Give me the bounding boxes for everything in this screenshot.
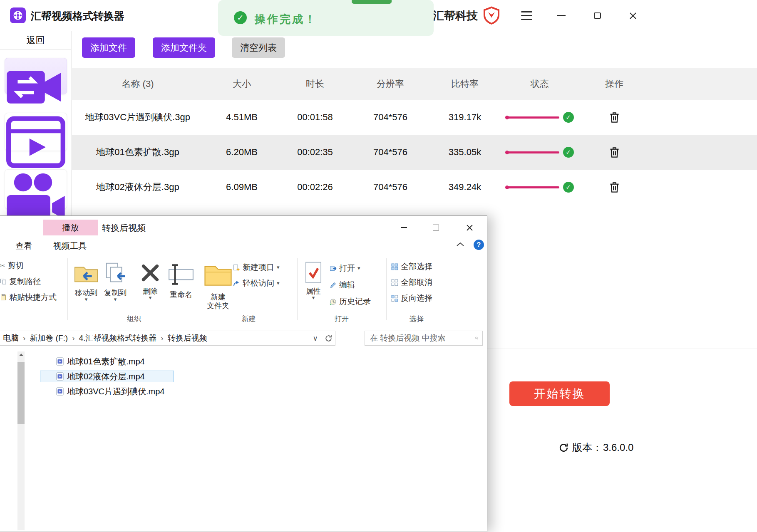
menu-button[interactable]: [515, 0, 538, 31]
table-row[interactable]: 地球01色素扩散.3gp 6.20MB 00:02:35 704*576 335…: [72, 135, 757, 170]
paste-shortcut-button[interactable]: 粘贴快捷方式: [0, 292, 57, 303]
add-folder-button[interactable]: 添加文件夹: [153, 37, 215, 58]
close-button[interactable]: [622, 0, 644, 31]
breadcrumb-item[interactable]: 电脑: [3, 333, 19, 344]
copy-path-icon: [0, 278, 7, 285]
cell-resolution: 704*576: [350, 147, 431, 158]
help-button[interactable]: ?: [474, 240, 484, 250]
table-row[interactable]: 地球02液体分层.3gp 6.09MB 00:02:26 704*576 349…: [72, 170, 757, 205]
delete-row-button[interactable]: [609, 111, 620, 124]
collapse-ribbon-button[interactable]: [456, 242, 464, 247]
easy-access-button[interactable]: 轻松访问 ▾: [233, 277, 280, 289]
open-button[interactable]: 打开 ▾: [330, 262, 360, 274]
cell-duration: 00:02:26: [280, 182, 350, 193]
new-folder-icon: [203, 261, 233, 291]
explorer-minimize-button[interactable]: [393, 219, 414, 236]
select-all-button[interactable]: 全部选择: [391, 261, 432, 272]
status-complete-icon: ✓: [563, 112, 574, 123]
cell-size: 4.51MB: [204, 112, 280, 123]
copy-to-button[interactable]: 复制到 ▾: [102, 261, 128, 302]
scroll-up-button[interactable]: [17, 351, 25, 358]
rename-icon: [167, 261, 195, 288]
version-label: 版本：: [572, 441, 602, 454]
video-file-icon: [56, 372, 64, 381]
invert-selection-button[interactable]: 反向选择: [391, 292, 432, 304]
explorer-close-button[interactable]: [459, 219, 480, 236]
scrollbar-thumb[interactable]: [17, 362, 25, 424]
cell-size: 6.20MB: [204, 147, 280, 158]
close-icon: [466, 224, 473, 231]
breadcrumb[interactable]: 电脑 › 新加卷 (F:) › 4.汇帮视频格式转换器 › 转换后视频 ∨: [0, 331, 335, 346]
explorer-maximize-button[interactable]: [425, 219, 446, 236]
search-box: [365, 331, 483, 346]
select-none-button[interactable]: 全部取消: [391, 277, 432, 288]
sidebar-item-video-compress[interactable]: 视频压缩: [5, 169, 67, 209]
copy-to-icon: [102, 261, 128, 287]
version-row: 版本：3.6.0.0: [558, 441, 633, 454]
file-item[interactable]: 地球02液体分层.mp4: [40, 371, 174, 382]
properties-button[interactable]: 属性 ▾: [301, 261, 325, 300]
tab-play[interactable]: 播放: [43, 220, 98, 235]
status-complete-icon: ✓: [563, 147, 574, 158]
ribbon: ✂ 剪切 复制路径 粘贴快捷方式 移动到 ▾ 复制到 ▾: [0, 254, 487, 323]
sidebar-item-video-convert[interactable]: 视频转换: [5, 58, 67, 94]
cut-button[interactable]: ✂ 剪切: [0, 260, 24, 272]
panel-divider: [487, 349, 757, 349]
new-item-button[interactable]: 新建项目 ▾: [233, 262, 280, 273]
breadcrumb-item[interactable]: 4.汇帮视频格式转换器: [79, 333, 156, 344]
minimize-icon: [557, 15, 566, 16]
refresh-icon[interactable]: [558, 443, 569, 453]
brand-logo-icon: [483, 6, 500, 25]
breadcrumb-item[interactable]: 新加卷 (F:): [30, 333, 68, 344]
new-folder-button[interactable]: 新建文件夹: [203, 261, 233, 310]
select-all-icon: [391, 263, 398, 270]
trash-icon: [609, 111, 620, 124]
column-header-status: 状态: [499, 78, 581, 90]
delete-row-button[interactable]: [609, 146, 620, 158]
invert-selection-icon: [391, 295, 398, 302]
file-item[interactable]: 地球03VC片遇到碘伏.mp4: [40, 386, 174, 397]
copy-path-button[interactable]: 复制路径: [0, 276, 41, 287]
edit-button[interactable]: 编辑: [330, 279, 355, 291]
select-none-icon: [391, 279, 398, 286]
maximize-icon: [433, 225, 439, 230]
cell-name: 地球01色素扩散.3gp: [72, 146, 204, 158]
progress-bar: [506, 186, 559, 188]
breadcrumb-item[interactable]: 转换后视频: [168, 333, 207, 344]
file-item[interactable]: 地球01色素扩散.mp4: [40, 356, 174, 367]
clear-list-button[interactable]: 清空列表: [232, 37, 285, 58]
column-header-duration: 时长: [280, 78, 350, 90]
add-file-button[interactable]: 添加文件: [82, 37, 135, 58]
maximize-button[interactable]: [586, 0, 608, 31]
search-icon[interactable]: [475, 334, 478, 342]
delete-row-button[interactable]: [609, 181, 620, 193]
back-button[interactable]: 返回: [0, 31, 71, 49]
start-convert-button[interactable]: 开始转换: [509, 381, 610, 406]
new-item-icon: [233, 264, 240, 271]
dropdown-arrow-icon: ▾: [277, 265, 280, 270]
tab-video-tools[interactable]: 视频工具: [47, 238, 93, 254]
tab-view[interactable]: 查看: [9, 238, 38, 254]
table-row[interactable]: 地球03VC片遇到碘伏.3gp 4.51MB 00:01:58 704*576 …: [72, 100, 757, 135]
paste-shortcut-icon: [0, 294, 7, 301]
rename-button[interactable]: 重命名: [167, 261, 195, 299]
delete-x-icon: [138, 261, 162, 285]
history-button[interactable]: 历史记录: [330, 296, 371, 307]
progress-bar: [506, 116, 559, 119]
refresh-icon[interactable]: [325, 334, 333, 342]
breadcrumb-separator-icon: ›: [161, 334, 163, 343]
group-label-open: 打开: [304, 314, 380, 324]
dropdown-arrow-icon: ▾: [301, 296, 325, 300]
address-row: 电脑 › 新加卷 (F:) › 4.汇帮视频格式转换器 › 转换后视频 ∨: [0, 323, 487, 348]
address-dropdown-icon[interactable]: ∨: [313, 334, 318, 343]
minimize-button[interactable]: [550, 0, 573, 31]
minimize-icon: [401, 227, 407, 228]
move-to-button[interactable]: 移动到 ▾: [73, 261, 99, 302]
cell-resolution: 704*576: [350, 112, 431, 123]
delete-button[interactable]: 删除 ▾: [138, 261, 162, 300]
cell-bitrate: 319.17k: [431, 112, 499, 123]
search-input[interactable]: [365, 334, 475, 343]
ribbon-separator: [67, 258, 68, 320]
sidebar-item-video-merge[interactable]: 视频合并: [5, 113, 67, 151]
history-icon: [330, 298, 337, 305]
